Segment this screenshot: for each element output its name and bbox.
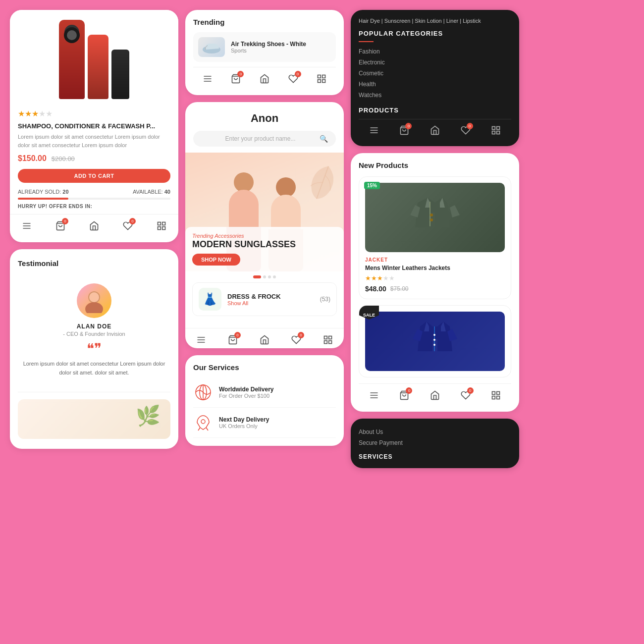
jacket-name: Mens Winter Leathers Jackets: [365, 265, 505, 271]
dot-2[interactable]: [263, 275, 266, 278]
trending-item[interactable]: Air Trekking Shoes - White Sports: [193, 32, 336, 62]
home-icon[interactable]: [89, 220, 100, 231]
service-nextday: Next Day Delivery UK Orders Only: [193, 408, 336, 438]
dot-4[interactable]: [273, 275, 276, 278]
menu-icon-anon[interactable]: [196, 334, 207, 345]
middle-column: Trending Air Trekking Shoes - White Spor…: [185, 10, 344, 446]
grid-icon-mid[interactable]: [316, 73, 327, 84]
popular-categories-title: POPULAR CATEGORIES: [359, 30, 511, 37]
cart-badge-dark: 0: [405, 123, 412, 129]
svg-point-45: [433, 344, 435, 346]
about-us-link[interactable]: About Us: [359, 427, 511, 437]
home-icon-mid[interactable]: [259, 73, 270, 84]
cart-icon[interactable]: 0: [55, 220, 66, 231]
menu-icon-dark[interactable]: [369, 125, 379, 137]
home-icon-dark[interactable]: [430, 125, 440, 137]
category-cosmetic[interactable]: Cosmetic: [359, 68, 511, 79]
svg-rect-38: [492, 131, 495, 134]
divider: [18, 392, 170, 392]
grid-icon-dark[interactable]: [491, 125, 501, 137]
category-count: (53): [320, 296, 330, 303]
heart-icon[interactable]: 0: [122, 220, 133, 231]
cart-icon-dark[interactable]: 0: [399, 125, 409, 137]
svg-rect-52: [497, 396, 500, 399]
person-role: - CEO & Founder Invision: [63, 331, 125, 337]
price-row: $150.00 $200.00: [18, 154, 170, 163]
new-products-card: New Products 15% JACKET: [351, 153, 519, 412]
cart-badge-np: 0: [406, 387, 412, 394]
jacket-prices: $48.00 $75.00: [365, 285, 505, 293]
category-health[interactable]: Health: [359, 79, 511, 90]
show-all-link[interactable]: Show All: [227, 300, 314, 306]
dot-3[interactable]: [268, 275, 271, 278]
home-icon-np[interactable]: [429, 390, 440, 401]
svg-point-30: [201, 420, 205, 424]
heart-badge-np: 0: [467, 387, 474, 394]
new-products-title: New Products: [359, 161, 511, 169]
discount-badge: 15%: [364, 182, 380, 189]
cart-badge-anon: 0: [234, 332, 241, 338]
svg-rect-6: [162, 227, 165, 230]
cart-icon-np[interactable]: 0: [399, 390, 410, 401]
worldwide-info: Worldwide Delivery For Order Over $100: [219, 386, 273, 399]
jacket-price-new: $48.00: [365, 285, 386, 293]
category-electronic[interactable]: Electronic: [359, 57, 511, 68]
product-stars: ★★★★★: [18, 109, 170, 118]
bottle-1: [59, 20, 85, 99]
price-old: $200.00: [52, 155, 75, 162]
heart-icon-dark[interactable]: 0: [461, 125, 471, 137]
search-button[interactable]: 🔍: [320, 135, 328, 143]
footer-dark-card: About Us Secure Payment SERVICES: [351, 419, 519, 468]
products-title: PRODUCTS: [359, 107, 511, 114]
banner-title: MODERN SUNGLASSES: [192, 240, 337, 250]
category-watches[interactable]: Watches: [359, 90, 511, 101]
heart-badge: 0: [129, 218, 136, 224]
heart-icon-mid[interactable]: 0: [288, 73, 299, 84]
grid-icon[interactable]: [156, 220, 167, 231]
nextday-info: Next Day Delivery UK Orders Only: [219, 416, 269, 429]
heart-badge-dark: 0: [467, 123, 473, 129]
shirt-product: SALE: [359, 305, 511, 377]
testimonial-title: Testimonial: [18, 259, 170, 268]
menu-icon-np[interactable]: [369, 390, 379, 401]
trending-item-category: Sports: [231, 48, 331, 54]
category-item[interactable]: 👗 DRESS & FROCK Show All (53): [192, 282, 337, 316]
cart-icon-mid[interactable]: 0: [230, 73, 241, 84]
worldwide-name: Worldwide Delivery: [219, 386, 273, 393]
home-icon-anon[interactable]: [259, 334, 270, 345]
banner-image: Trending Accessories MODERN SUNGLASSES S…: [185, 153, 344, 271]
product-info: ★★★★★ SHAMPOO, CONDITIONER & FACEWASH P.…: [10, 109, 178, 209]
svg-rect-17: [322, 75, 325, 78]
svg-point-41: [430, 218, 433, 221]
shirt-image: [365, 312, 505, 371]
heart-badge-anon: 0: [298, 332, 304, 338]
grid-icon-anon[interactable]: [322, 334, 333, 345]
secure-payment-link[interactable]: Secure Payment: [359, 437, 511, 448]
cart-icon-anon[interactable]: 0: [227, 334, 238, 345]
heart-icon-np[interactable]: 0: [460, 390, 471, 401]
svg-rect-37: [497, 131, 500, 134]
main-container: ★★★★★ SHAMPOO, CONDITIONER & FACEWASH P.…: [10, 10, 634, 634]
svg-rect-25: [329, 336, 332, 339]
heart-icon-anon[interactable]: 0: [291, 334, 302, 345]
svg-rect-5: [162, 222, 165, 225]
dot-1[interactable]: [253, 275, 261, 278]
svg-rect-35: [492, 127, 495, 130]
banner-overlay: Trending Accessories MODERN SUNGLASSES S…: [185, 227, 344, 271]
anon-title: Anon: [193, 112, 336, 125]
category-fashion[interactable]: Fashion: [359, 46, 511, 57]
search-bar[interactable]: Enter your product name... 🔍: [193, 131, 336, 147]
menu-icon-mid[interactable]: [202, 73, 213, 84]
new-products-nav: 0 0: [359, 383, 511, 404]
banner-tag: Trending Accessories: [192, 233, 337, 239]
menu-icon[interactable]: [21, 220, 32, 231]
svg-rect-27: [324, 341, 327, 344]
svg-rect-51: [497, 392, 500, 395]
product-card: ★★★★★ SHAMPOO, CONDITIONER & FACEWASH P.…: [10, 10, 178, 242]
shop-now-button[interactable]: SHOP NOW: [192, 254, 240, 266]
category-section: 👗 DRESS & FROCK Show All (53): [185, 282, 344, 323]
add-to-cart-button[interactable]: ADD TO CART: [18, 169, 170, 183]
grid-icon-np[interactable]: [490, 390, 501, 401]
product-description: Lorem ipsum dolor sit amet consectetur L…: [18, 133, 170, 149]
cart-badge: 0: [62, 218, 68, 224]
